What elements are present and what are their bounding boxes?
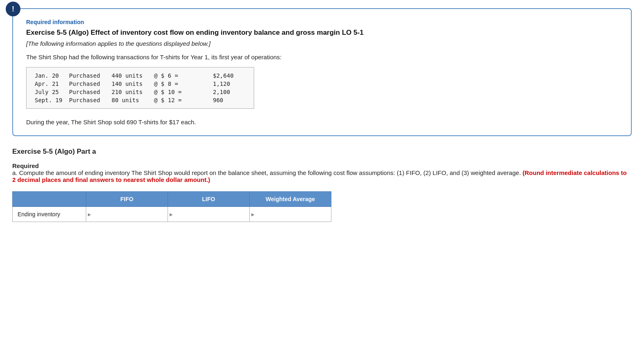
action-4: Purchased (69, 97, 110, 103)
answer-table-wrapper: FIFO LIFO Weighted Average Ending invent… (12, 191, 632, 222)
info-box: ! Required information Exercise 5-5 (Alg… (12, 8, 632, 136)
col-header-weighted: Weighted Average (250, 192, 331, 207)
transaction-row-3: July 25 Purchased 210 units @ $ 10 = 2,1… (35, 88, 246, 96)
italic-note: [The following information applies to th… (26, 40, 618, 47)
part-title: Exercise 5-5 (Algo) Part a (12, 148, 632, 156)
required-section: Required a. Compute the amount of ending… (12, 162, 632, 183)
info-icon: ! (6, 2, 20, 16)
units-1: 440 units (112, 72, 152, 79)
required-bold: Required (12, 162, 39, 169)
fifo-input[interactable] (91, 211, 163, 217)
at-4: @ $ 12 = (154, 97, 211, 103)
total-2: 1,120 (213, 81, 246, 87)
table-row: Ending inventory (13, 207, 331, 222)
sold-text: During the year, The Shirt Shop sold 690… (26, 119, 618, 126)
units-3: 210 units (112, 89, 152, 95)
at-3: @ $ 10 = (154, 89, 211, 95)
date-4: Sept. 19 (35, 97, 67, 103)
weighted-input-cell[interactable] (250, 207, 331, 222)
instruction-text: a. Compute the amount of ending inventor… (12, 169, 632, 183)
action-2: Purchased (69, 81, 110, 87)
table-header-row: FIFO LIFO Weighted Average (13, 192, 331, 207)
total-1: $2,640 (213, 72, 246, 79)
row-label-ending-inventory: Ending inventory (13, 207, 86, 222)
fifo-input-cell[interactable] (86, 207, 168, 222)
total-4: 960 (213, 97, 246, 103)
date-3: July 25 (35, 89, 67, 95)
col-header-label (13, 192, 86, 207)
answer-table: FIFO LIFO Weighted Average Ending invent… (12, 191, 331, 222)
total-3: 2,100 (213, 89, 246, 95)
transaction-row-2: Apr. 21 Purchased 140 units @ $ 8 = 1,12… (35, 80, 246, 88)
required-label-part: Required (12, 162, 632, 169)
weighted-average-input[interactable] (255, 211, 326, 217)
required-label: Required information (26, 19, 618, 25)
col-header-lifo: LIFO (168, 192, 250, 207)
instruction-normal: a. Compute the amount of ending inventor… (12, 169, 521, 176)
date-1: Jan. 20 (35, 72, 67, 79)
units-2: 140 units (112, 81, 152, 87)
col-header-fifo: FIFO (86, 192, 168, 207)
intro-text: The Shirt Shop had the following transac… (26, 54, 618, 61)
lifo-input[interactable] (173, 211, 244, 217)
lifo-input-cell[interactable] (168, 207, 250, 222)
transaction-row-4: Sept. 19 Purchased 80 units @ $ 12 = 960 (35, 96, 246, 104)
at-2: @ $ 8 = (154, 81, 211, 87)
at-1: @ $ 6 = (154, 72, 211, 79)
transaction-row-1: Jan. 20 Purchased 440 units @ $ 6 = $2,6… (35, 72, 246, 80)
date-2: Apr. 21 (35, 81, 67, 87)
exercise-title: Exercise 5-5 (Algo) Effect of inventory … (26, 29, 618, 37)
action-3: Purchased (69, 89, 110, 95)
units-4: 80 units (112, 97, 152, 103)
action-1: Purchased (69, 72, 110, 79)
transaction-table: Jan. 20 Purchased 440 units @ $ 6 = $2,6… (26, 67, 254, 109)
